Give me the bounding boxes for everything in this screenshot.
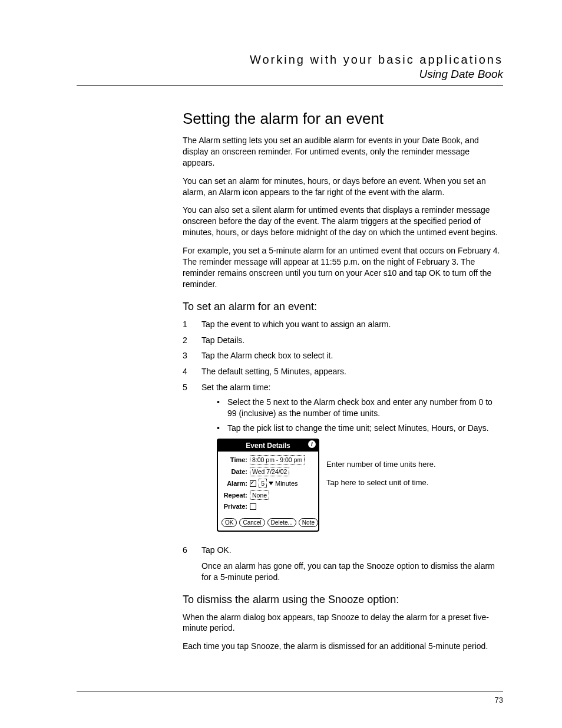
private-label: Private:	[222, 502, 250, 511]
dialog-buttons: OK Cancel Delete... Note	[218, 516, 318, 531]
heading-2: To dismiss the alarm using the Snooze op…	[183, 594, 503, 606]
document-page: Working with your basic applications Usi…	[0, 0, 562, 728]
list-item: • Select the 5 next to the Alarm check b…	[217, 397, 503, 419]
bullet-list: • Select the 5 next to the Alarm check b…	[217, 397, 503, 434]
step-number: 2	[183, 335, 201, 346]
dropdown-icon	[269, 482, 273, 485]
alarm-number: 5	[259, 479, 267, 488]
ok-button: OK	[222, 518, 237, 527]
step-text: Tap the Alarm check box to select it.	[201, 350, 503, 361]
figure-callouts: Enter number of time units here. Tap her…	[326, 439, 436, 488]
body-paragraph: Once an alarm has gone off, you can tap …	[201, 561, 503, 583]
step-number: 5	[183, 382, 201, 540]
alarm-checkbox	[250, 480, 256, 487]
body-paragraph: For example, you set a 5-minute alarm fo…	[183, 245, 503, 290]
bullet-text: Select the 5 next to the Alarm check box…	[227, 397, 503, 419]
time-row: Time: 8:00 pm - 9:00 pm	[222, 455, 315, 465]
body-paragraph: The Alarm setting lets you set an audibl…	[183, 135, 503, 169]
list-item: 6 Tap OK. Once an alarm has gone off, yo…	[183, 545, 503, 583]
figure: Event Details i Time: 8:00 pm - 9:00 pm …	[217, 439, 503, 532]
body-paragraph: When the alarm dialog box appears, tap S…	[183, 612, 503, 634]
step-number: 6	[183, 545, 201, 583]
list-item: 3 Tap the Alarm check box to select it.	[183, 350, 503, 361]
page-number: 73	[495, 696, 503, 704]
step-number: 3	[183, 350, 201, 361]
chapter-title: Working with your basic applications	[77, 53, 503, 67]
note-button: Note	[299, 518, 318, 527]
repeat-label: Repeat:	[222, 491, 250, 500]
step-text: The default setting, 5 Minutes, appears.	[201, 366, 503, 377]
date-value: Wed 7/24/02	[250, 467, 289, 476]
repeat-value: None	[250, 490, 269, 500]
cancel-button: Cancel	[239, 518, 265, 527]
list-item: 2 Tap Details.	[183, 335, 503, 346]
body-paragraph: You can set an alarm for minutes, hours,…	[183, 176, 503, 198]
delete-button: Delete...	[267, 518, 296, 527]
alarm-unit: Minutes	[275, 479, 298, 488]
repeat-row: Repeat: None	[222, 490, 315, 500]
step-text: Tap Details.	[201, 335, 503, 346]
step-text: Set the alarm time: • Select the 5 next …	[201, 382, 503, 540]
body-paragraph: You can also set a silent alarm for unti…	[183, 205, 503, 238]
body-paragraph: Each time you tap Snooze, the alarm is d…	[183, 641, 503, 652]
step-text: Tap OK. Once an alarm has gone off, you …	[201, 545, 503, 583]
list-item: 1 Tap the event to which you want to ass…	[183, 319, 503, 330]
step-text: Tap the event to which you want to assig…	[201, 319, 503, 330]
dialog-title-bar: Event Details i	[218, 440, 318, 452]
heading-2: To set an alarm for an event:	[183, 301, 503, 313]
main-content: Setting the alarm for an event The Alarm…	[183, 110, 503, 652]
bullet-icon: •	[217, 423, 227, 434]
header-rule	[77, 85, 503, 86]
dialog-title: Event Details	[246, 442, 290, 450]
date-label: Date:	[222, 467, 250, 476]
bullet-icon: •	[217, 397, 227, 419]
info-icon: i	[308, 440, 316, 448]
date-row: Date: Wed 7/24/02	[222, 467, 315, 476]
private-checkbox	[250, 503, 256, 510]
heading-1: Setting the alarm for an event	[183, 110, 503, 128]
alarm-label: Alarm:	[222, 479, 250, 488]
time-value: 8:00 pm - 9:00 pm	[250, 455, 305, 465]
callout-text: Tap here to select unit of time.	[326, 478, 436, 488]
footer-rule	[77, 691, 503, 691]
step-number: 4	[183, 366, 201, 377]
time-label: Time:	[222, 456, 250, 465]
event-details-dialog: Event Details i Time: 8:00 pm - 9:00 pm …	[217, 439, 319, 532]
numbered-list: 1 Tap the event to which you want to ass…	[183, 319, 503, 583]
bullet-text: Tap the pick list to change the time uni…	[227, 423, 489, 434]
step-number: 1	[183, 319, 201, 330]
section-title: Using Date Book	[77, 68, 503, 81]
dialog-body: Time: 8:00 pm - 9:00 pm Date: Wed 7/24/0…	[218, 452, 318, 516]
list-item: 4 The default setting, 5 Minutes, appear…	[183, 366, 503, 377]
list-item: 5 Set the alarm time: • Select the 5 nex…	[183, 382, 503, 540]
list-item: • Tap the pick list to change the time u…	[217, 423, 503, 434]
callout-text: Enter number of time units here.	[326, 460, 436, 470]
private-row: Private:	[222, 502, 315, 511]
alarm-row: Alarm: 5 Minutes	[222, 479, 315, 488]
running-header: Working with your basic applications Usi…	[77, 53, 503, 81]
step-text-inner: Set the alarm time:	[201, 383, 271, 392]
step-text-inner: Tap OK.	[201, 545, 232, 555]
